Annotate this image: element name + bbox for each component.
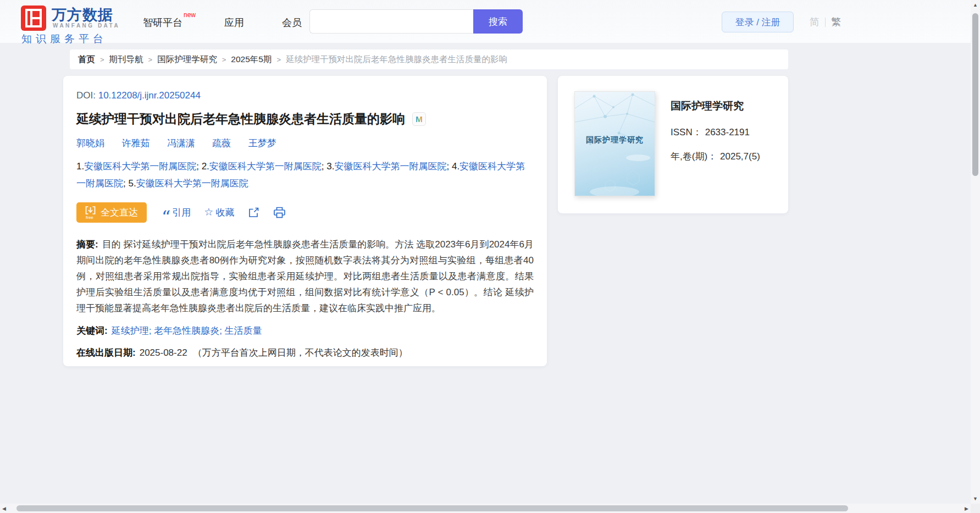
journal-cover-title: 国际护理学研究 xyxy=(575,135,655,145)
login-register-button[interactable]: 登录 / 注册 xyxy=(722,12,794,32)
affiliation-item: 5.安徽医科大学第一附属医院 xyxy=(128,178,248,189)
affiliation-link[interactable]: 安徽医科大学第一附属医院 xyxy=(84,161,196,172)
affiliation-link[interactable]: 安徽医科大学第一附属医院 xyxy=(136,178,248,189)
breadcrumb-journal[interactable]: 国际护理学研究 xyxy=(157,54,217,65)
pubdate-label: 在线出版日期: xyxy=(76,347,136,358)
keyword-link[interactable]: 生活质量 xyxy=(225,326,262,336)
page-title: 延续护理干预对出院后老年急性胰腺炎患者生活质量的影响 xyxy=(76,111,405,128)
scrollbar-corner xyxy=(971,504,980,513)
breadcrumb-issue[interactable]: 2025年5期 xyxy=(231,54,272,65)
author-link[interactable]: 疏薇 xyxy=(212,138,231,148)
search-input[interactable] xyxy=(309,9,473,34)
doi-row: DOI: 10.12208/j.ijnr.20250244 xyxy=(76,90,534,101)
keyword-link[interactable]: 老年急性胰腺炎 xyxy=(154,326,219,336)
author-link[interactable]: 郭晓娟 xyxy=(76,138,104,148)
author-link[interactable]: 王梦梦 xyxy=(248,138,276,148)
keyword-link[interactable]: 延续护理 xyxy=(112,326,149,336)
search-bar: 搜索 xyxy=(309,9,523,34)
brand-name-cn: 万方数据 xyxy=(52,5,113,25)
language-switch: 简 繁 xyxy=(810,15,841,29)
fulltext-button-label: 全文直达 xyxy=(101,206,138,219)
article-action-bar: free 全文直达 引用 收藏 xyxy=(76,202,534,223)
share-button[interactable] xyxy=(248,207,259,218)
new-badge: new xyxy=(184,11,196,19)
journal-info-card: 国际护理学研究 国际护理学研究 ISSN：2633-2191 年,卷(期)：20… xyxy=(558,76,788,213)
volume-value: 2025,7(5) xyxy=(720,151,760,162)
affiliation-item: 2.安徽医科大学第一附属医院; xyxy=(202,161,327,172)
affiliation-link[interactable]: 安徽医科大学第一附属医院 xyxy=(209,161,322,172)
journal-name[interactable]: 国际护理学研究 xyxy=(671,99,760,113)
cite-label: 引用 xyxy=(172,206,191,219)
journal-volume-row: 年,卷(期)：2025,7(5) xyxy=(671,150,760,163)
breadcrumb-separator: > xyxy=(100,56,104,64)
nav-item-member[interactable]: 会员 xyxy=(282,16,302,29)
abstract-label: 摘要: xyxy=(76,239,98,250)
star-icon xyxy=(204,206,213,218)
author-link[interactable]: 许雅茹 xyxy=(121,138,150,148)
breadcrumb-separator: > xyxy=(148,56,153,64)
scroll-up-arrow-icon[interactable] xyxy=(971,2,980,8)
doi-link[interactable]: 10.12208/j.ijnr.20250244 xyxy=(98,90,201,101)
lang-traditional[interactable]: 繁 xyxy=(831,15,841,29)
keywords-row: 关键词:延续护理; 老年急性胰腺炎; 生活质量 xyxy=(76,324,534,337)
article-title-row: 延续护理干预对出院后老年急性胰腺炎患者生活质量的影响 M xyxy=(76,111,534,128)
breadcrumb-home[interactable]: 首页 xyxy=(78,54,95,65)
author-list: 郭晓娟 许雅茹 冯潇潇 疏薇 王梦梦 xyxy=(76,137,534,150)
horizontal-scrollbar[interactable] xyxy=(0,504,971,513)
printer-icon xyxy=(273,207,286,218)
wanfang-logo-icon xyxy=(21,5,46,31)
online-pubdate-row: 在线出版日期:2025-08-22（万方平台首次上网日期，不代表论文的发表时间） xyxy=(76,346,534,359)
breadcrumb-current-article: 延续护理干预对出院后老年急性胰腺炎患者生活质量的影响 xyxy=(286,54,507,65)
breadcrumb-separator: > xyxy=(222,56,226,64)
abstract-paragraph: 摘要:目的 探讨延续护理干预对出院后老年急性胰腺炎患者生活质量的影响。方法 选取… xyxy=(76,236,534,316)
pubdate-note: （万方平台首次上网日期，不代表论文的发表时间） xyxy=(193,347,408,358)
nav-item-zhiyan[interactable]: 智研平台new xyxy=(143,16,195,29)
scroll-left-arrow-icon[interactable] xyxy=(2,506,6,511)
favorite-button[interactable]: 收藏 xyxy=(204,206,234,219)
breadcrumb-separator: > xyxy=(276,56,281,64)
pubdate-value: 2025-08-22 xyxy=(140,347,187,358)
journal-cover[interactable]: 国际护理学研究 xyxy=(574,91,655,196)
journal-issn-row: ISSN：2633-2191 xyxy=(671,126,760,139)
doi-label: DOI: xyxy=(76,90,96,101)
journal-meta: 国际护理学研究 ISSN：2633-2191 年,卷(期)：2025,7(5) xyxy=(671,99,760,174)
wanfang-logo[interactable]: 万方数据 WANFANG DATA 知识服务平台 xyxy=(21,5,147,40)
site-header: 万方数据 WANFANG DATA 知识服务平台 智研平台new 应用 会员 搜… xyxy=(0,0,971,43)
svg-text:free: free xyxy=(86,215,93,220)
article-detail-card: DOI: 10.12208/j.ijnr.20250244 延续护理干预对出院后… xyxy=(63,76,547,366)
breadcrumb: 首页 > 期刊导航 > 国际护理学研究 > 2025年5期 > 延续护理干预对出… xyxy=(70,49,788,69)
metrics-m-badge[interactable]: M xyxy=(412,112,426,126)
vertical-scrollbar[interactable] xyxy=(971,0,980,504)
affiliation-link[interactable]: 安徽医科大学第一附属医院 xyxy=(334,161,446,172)
nav-item-apps[interactable]: 应用 xyxy=(224,16,244,29)
fulltext-button[interactable]: free 全文直达 xyxy=(76,202,147,223)
download-free-icon: free xyxy=(85,206,96,220)
volume-label: 年,卷(期)： xyxy=(671,151,717,162)
scroll-down-arrow-icon[interactable] xyxy=(971,496,980,501)
affiliation-list: 1.安徽医科大学第一附属医院; 2.安徽医科大学第一附属医院; 3.安徽医科大学… xyxy=(76,158,534,192)
breadcrumb-journal-nav[interactable]: 期刊导航 xyxy=(109,54,143,65)
brand-name-en: WANFANG DATA xyxy=(53,23,120,29)
lang-divider xyxy=(825,18,826,27)
vertical-scrollbar-thumb[interactable] xyxy=(972,13,978,176)
m-badge-letter: M xyxy=(416,114,423,124)
horizontal-scrollbar-thumb[interactable] xyxy=(16,505,848,511)
keywords-label: 关键词: xyxy=(76,326,108,336)
lang-simplified[interactable]: 简 xyxy=(810,15,820,29)
issn-label: ISSN： xyxy=(671,127,702,137)
issn-value: 2633-2191 xyxy=(705,127,750,137)
cite-button[interactable]: 引用 xyxy=(162,206,191,219)
share-icon xyxy=(248,207,259,218)
abstract-text: 目的 探讨延续护理干预对出院后老年急性胰腺炎患者生活质量的影响。方法 选取202… xyxy=(76,239,534,313)
favorite-label: 收藏 xyxy=(215,206,234,219)
affiliation-item: 3.安徽医科大学第一附属医院; xyxy=(326,161,452,172)
nav-item-zhiyan-label: 智研平台 xyxy=(143,17,182,28)
brand-subtitle: 知识服务平台 xyxy=(21,32,107,46)
author-link[interactable]: 冯潇潇 xyxy=(167,138,195,148)
search-button[interactable]: 搜索 xyxy=(473,9,523,34)
affiliation-item: 1.安徽医科大学第一附属医院; xyxy=(76,161,202,172)
print-button[interactable] xyxy=(273,207,286,218)
scroll-right-arrow-icon[interactable] xyxy=(965,506,968,511)
